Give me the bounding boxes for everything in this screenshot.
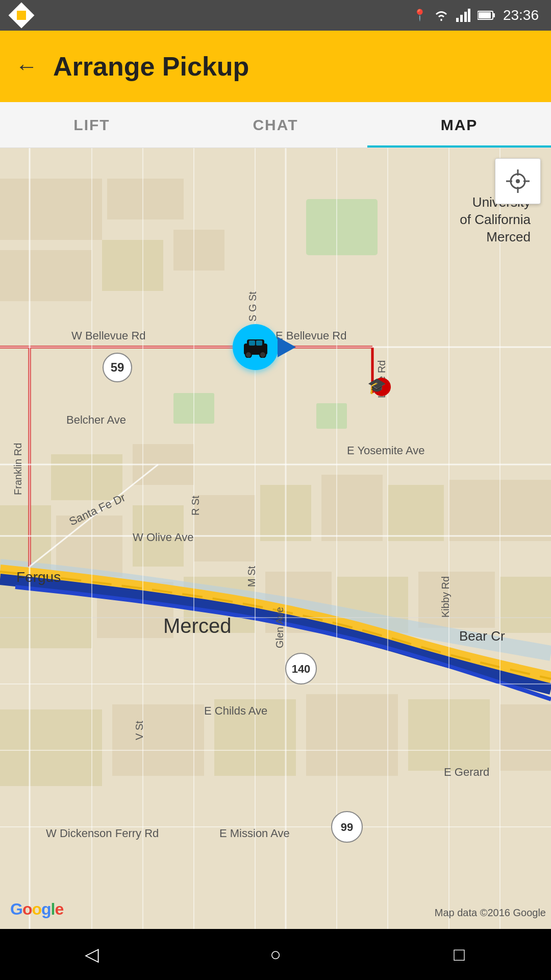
svg-text:Glen Ave: Glen Ave	[274, 607, 285, 648]
wifi-icon	[434, 10, 449, 21]
map-container[interactable]: W Bellevue Rd E Bellevue Rd 59 Franklin …	[0, 148, 551, 929]
nav-home-icon: ○	[270, 944, 281, 965]
tab-bar: LIFT CHAT MAP	[0, 102, 551, 148]
svg-text:E Yosemite Ave: E Yosemite Ave	[347, 444, 425, 457]
svg-text:E Childs Ave: E Childs Ave	[204, 704, 267, 717]
nav-back-icon: ◁	[85, 944, 99, 965]
svg-rect-24	[321, 475, 383, 541]
car-marker	[233, 324, 296, 370]
svg-text:E Gerard: E Gerard	[444, 766, 489, 778]
nav-home-button[interactable]: ○	[258, 937, 293, 972]
header: ← Arrange Pickup	[0, 31, 551, 102]
svg-text:59: 59	[111, 360, 124, 374]
svg-text:🎓: 🎓	[367, 377, 387, 395]
status-bar: 📍 23:36	[0, 0, 551, 31]
svg-rect-12	[0, 179, 102, 240]
tab-lift[interactable]: LIFT	[0, 102, 184, 148]
svg-text:W Bellevue Rd: W Bellevue Rd	[71, 329, 146, 342]
svg-rect-33	[500, 577, 551, 633]
svg-rect-3	[468, 9, 470, 22]
svg-rect-22	[194, 495, 255, 561]
svg-rect-13	[107, 179, 184, 219]
svg-text:E Mission Ave: E Mission Ave	[219, 827, 290, 840]
svg-point-91	[516, 179, 520, 183]
svg-rect-11	[316, 403, 347, 429]
battery-icon	[478, 10, 496, 20]
svg-rect-16	[173, 230, 224, 271]
svg-rect-32	[418, 572, 495, 628]
svg-rect-14	[0, 250, 92, 301]
svg-text:140: 140	[292, 663, 311, 675]
svg-text:S G St: S G St	[247, 291, 258, 322]
svg-rect-37	[306, 694, 398, 776]
svg-rect-2	[464, 12, 467, 22]
svg-text:Franklin Rd: Franklin Rd	[12, 443, 23, 495]
svg-rect-101	[256, 340, 262, 346]
svg-rect-6	[479, 12, 491, 18]
svg-rect-34	[0, 709, 102, 786]
nav-back-button[interactable]: ◁	[74, 937, 110, 972]
svg-text:R St: R St	[190, 496, 201, 516]
status-left	[12, 6, 31, 24]
back-button[interactable]: ←	[15, 54, 38, 79]
nav-recents-icon: □	[454, 944, 465, 965]
google-logo: Google	[10, 900, 63, 919]
svg-rect-35	[112, 704, 204, 776]
svg-rect-17	[51, 454, 122, 500]
svg-rect-9	[306, 199, 378, 255]
svg-text:Bear Cr: Bear Cr	[459, 628, 505, 644]
svg-rect-5	[493, 13, 495, 17]
svg-rect-100	[249, 340, 255, 346]
svg-rect-25	[388, 485, 444, 541]
svg-rect-1	[460, 15, 463, 22]
svg-text:99: 99	[341, 821, 353, 834]
tab-chat[interactable]: CHAT	[184, 102, 367, 148]
map-data-attribution: Map data ©2016 Google	[435, 907, 546, 919]
nav-bar: ◁ ○ □	[0, 929, 551, 980]
svg-text:W Dickenson Ferry Rd: W Dickenson Ferry Rd	[46, 827, 159, 840]
app-icon	[9, 3, 35, 29]
map-svg: W Bellevue Rd E Bellevue Rd 59 Franklin …	[0, 148, 551, 929]
svg-text:Belcher Ave: Belcher Ave	[66, 413, 126, 426]
svg-rect-15	[102, 240, 163, 291]
svg-text:W Olive Ave: W Olive Ave	[133, 531, 193, 544]
location-button[interactable]	[495, 158, 541, 204]
svg-text:M St: M St	[246, 566, 257, 587]
svg-point-99	[260, 352, 266, 358]
signal-icon	[456, 9, 470, 22]
svg-text:Merced: Merced	[163, 615, 231, 637]
location-status-icon: 📍	[413, 9, 427, 22]
tab-map[interactable]: MAP	[367, 102, 551, 148]
svg-text:Kibby Rd: Kibby Rd	[440, 576, 451, 618]
svg-rect-0	[456, 18, 459, 22]
nav-recents-button[interactable]: □	[441, 937, 477, 972]
car-icon	[242, 336, 269, 358]
status-right: 📍 23:36	[413, 7, 539, 23]
svg-text:Fergus: Fergus	[16, 569, 61, 585]
crosshair-icon	[505, 168, 531, 194]
header-title: Arrange Pickup	[53, 51, 249, 82]
svg-rect-39	[500, 704, 551, 771]
car-direction-arrow	[278, 337, 296, 357]
status-time: 23:36	[503, 7, 539, 23]
svg-text:V St: V St	[134, 721, 145, 740]
car-bubble	[233, 324, 279, 370]
svg-point-98	[245, 352, 252, 358]
